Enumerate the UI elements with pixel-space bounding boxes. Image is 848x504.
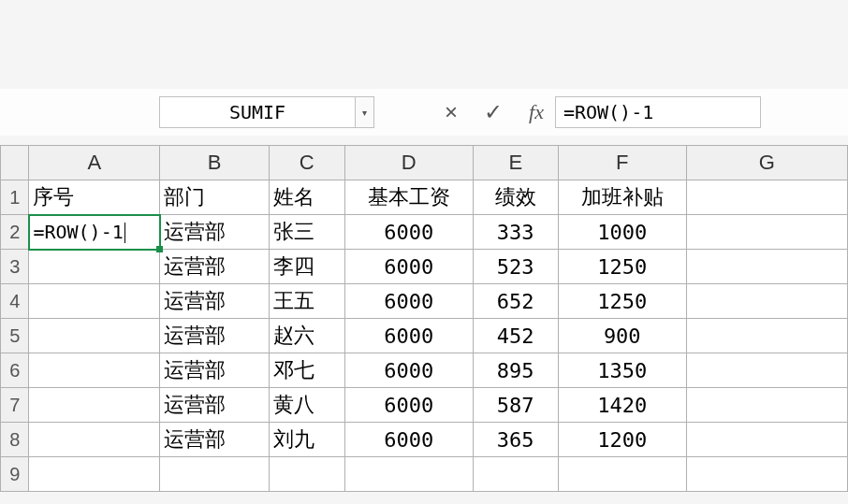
- cell-E7[interactable]: 587: [473, 388, 558, 423]
- cell-C1[interactable]: 姓名: [269, 180, 344, 215]
- enter-icon[interactable]: ✓: [484, 99, 503, 125]
- active-cell-text: =ROW()-1: [33, 221, 123, 243]
- row-4: 4 运营部 王五 6000 652 1250: [1, 284, 848, 319]
- cell-C5[interactable]: 赵六: [269, 319, 344, 353]
- row-3: 3 运营部 李四 6000 523 1250: [1, 250, 848, 284]
- col-header-D[interactable]: D: [344, 146, 473, 180]
- cell-A3[interactable]: [29, 250, 160, 284]
- cell-C4[interactable]: 王五: [269, 284, 344, 319]
- cell-B3[interactable]: 运营部: [160, 250, 270, 284]
- cell-D7[interactable]: 6000: [344, 388, 473, 423]
- cell-F8[interactable]: 1200: [558, 423, 686, 457]
- cell-D9[interactable]: [344, 457, 473, 492]
- cell-F6[interactable]: 1350: [558, 353, 686, 388]
- cancel-icon[interactable]: ×: [445, 99, 458, 125]
- cell-A6[interactable]: [29, 353, 160, 388]
- cell-G4[interactable]: [686, 284, 847, 319]
- row-5: 5 运营部 赵六 6000 452 900: [1, 319, 848, 353]
- row-header-4[interactable]: 4: [1, 284, 29, 319]
- formula-input[interactable]: =ROW()-1: [555, 96, 761, 128]
- row-header-1[interactable]: 1: [1, 180, 29, 215]
- col-header-B[interactable]: B: [160, 146, 270, 180]
- cell-E3[interactable]: 523: [473, 250, 558, 284]
- cell-E4[interactable]: 652: [473, 284, 558, 319]
- col-header-E[interactable]: E: [473, 146, 558, 180]
- cell-B5[interactable]: 运营部: [160, 319, 270, 353]
- cell-D6[interactable]: 6000: [344, 353, 473, 388]
- row-8: 8 运营部 刘九 6000 365 1200: [1, 423, 848, 457]
- cell-C3[interactable]: 李四: [269, 250, 344, 284]
- spreadsheet-grid: A B C D E F G 1 序号 部门 姓名 基本工资 绩效 加班补贴 2 …: [0, 145, 848, 492]
- row-7: 7 运营部 黄八 6000 587 1420: [1, 388, 848, 423]
- cell-F2[interactable]: 1000: [558, 215, 686, 250]
- col-header-A[interactable]: A: [29, 146, 160, 180]
- cell-G1[interactable]: [686, 180, 847, 215]
- col-header-C[interactable]: C: [269, 146, 344, 180]
- cell-E2[interactable]: 333: [473, 215, 558, 250]
- fx-icon[interactable]: fx: [529, 100, 544, 124]
- cell-A8[interactable]: [29, 423, 160, 457]
- row-header-5[interactable]: 5: [1, 319, 29, 353]
- cell-E5[interactable]: 452: [473, 319, 558, 353]
- cell-C7[interactable]: 黄八: [269, 388, 344, 423]
- cell-E9[interactable]: [473, 457, 558, 492]
- row-header-7[interactable]: 7: [1, 388, 29, 423]
- cell-F1[interactable]: 加班补贴: [558, 180, 686, 215]
- cell-D2[interactable]: 6000: [344, 215, 473, 250]
- cell-F9[interactable]: [558, 457, 686, 492]
- cell-B7[interactable]: 运营部: [160, 388, 270, 423]
- name-box-dropdown[interactable]: ▾: [356, 96, 374, 128]
- cell-C9[interactable]: [269, 457, 344, 492]
- cell-D1[interactable]: 基本工资: [344, 180, 473, 215]
- cell-F4[interactable]: 1250: [558, 284, 686, 319]
- cell-C2[interactable]: 张三: [269, 215, 344, 250]
- column-header-row: A B C D E F G: [1, 146, 848, 180]
- cell-G5[interactable]: [686, 319, 847, 353]
- cell-E6[interactable]: 895: [473, 353, 558, 388]
- cell-F7[interactable]: 1420: [558, 388, 686, 423]
- cell-G3[interactable]: [686, 250, 847, 284]
- name-box[interactable]: SUMIF: [159, 96, 356, 128]
- cell-A5[interactable]: [29, 319, 160, 353]
- row-header-8[interactable]: 8: [1, 423, 29, 457]
- cell-G6[interactable]: [686, 353, 847, 388]
- cell-G2[interactable]: [686, 215, 847, 250]
- cell-B2[interactable]: 运营部: [160, 215, 270, 250]
- cell-B4[interactable]: 运营部: [160, 284, 270, 319]
- cell-A7[interactable]: [29, 388, 160, 423]
- cell-C8[interactable]: 刘九: [269, 423, 344, 457]
- cell-B9[interactable]: [160, 457, 270, 492]
- cell-E8[interactable]: 365: [473, 423, 558, 457]
- col-header-G[interactable]: G: [686, 146, 847, 180]
- cell-A4[interactable]: [29, 284, 160, 319]
- name-box-wrapper: SUMIF ▾: [159, 96, 374, 128]
- cell-G7[interactable]: [686, 388, 847, 423]
- row-header-2[interactable]: 2: [1, 215, 29, 250]
- cell-D8[interactable]: 6000: [344, 423, 473, 457]
- cell-A2-active[interactable]: =ROW()-1: [29, 215, 160, 250]
- row-header-3[interactable]: 3: [1, 250, 29, 284]
- select-all-corner[interactable]: [1, 146, 29, 180]
- cell-B6[interactable]: 运营部: [160, 353, 270, 388]
- row-6: 6 运营部 邓七 6000 895 1350: [1, 353, 848, 388]
- cell-F5[interactable]: 900: [558, 319, 686, 353]
- formula-bar-buttons: × ✓ fx: [445, 99, 544, 125]
- cell-G9[interactable]: [686, 457, 847, 492]
- cell-B8[interactable]: 运营部: [160, 423, 270, 457]
- cell-B1[interactable]: 部门: [160, 180, 270, 215]
- cell-A1[interactable]: 序号: [29, 180, 160, 215]
- row-1: 1 序号 部门 姓名 基本工资 绩效 加班补贴: [1, 180, 848, 215]
- row-9: 9: [1, 457, 848, 492]
- row-header-6[interactable]: 6: [1, 353, 29, 388]
- row-header-9[interactable]: 9: [1, 457, 29, 492]
- cell-E1[interactable]: 绩效: [473, 180, 558, 215]
- cell-F3[interactable]: 1250: [558, 250, 686, 284]
- cell-D5[interactable]: 6000: [344, 319, 473, 353]
- cell-G8[interactable]: [686, 423, 847, 457]
- cell-C6[interactable]: 邓七: [269, 353, 344, 388]
- cell-D3[interactable]: 6000: [344, 250, 473, 284]
- col-header-F[interactable]: F: [558, 146, 686, 180]
- cell-A9[interactable]: [29, 457, 160, 492]
- cell-D4[interactable]: 6000: [344, 284, 473, 319]
- formula-bar: SUMIF ▾ × ✓ fx =ROW()-1: [0, 89, 848, 136]
